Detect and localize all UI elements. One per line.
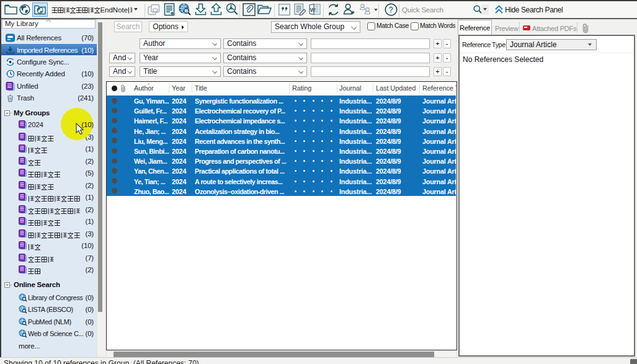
svg-text:?: ? xyxy=(389,6,393,14)
svg-text:W: W xyxy=(310,7,316,13)
